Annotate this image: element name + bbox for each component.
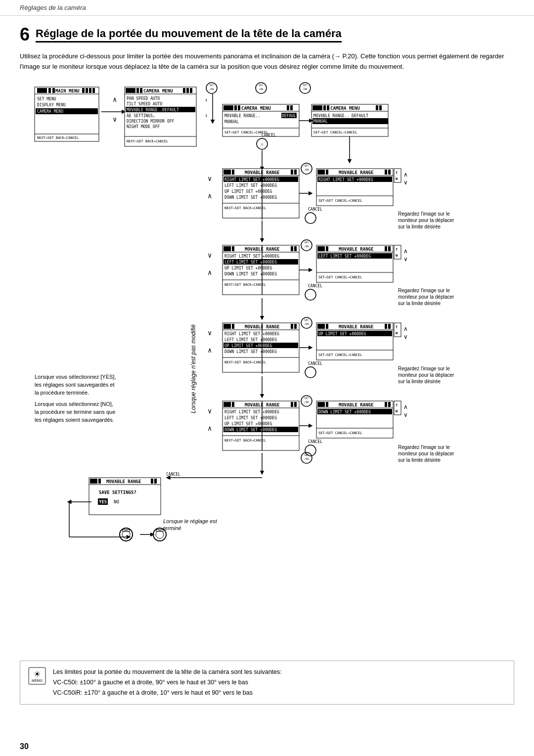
svg-text:∨: ∨ [113,115,117,123]
svg-text:∨: ∨ [208,407,212,415]
svg-text:DISPLAY MENU: DISPLAY MENU [37,103,66,107]
svg-rect-170 [232,324,234,329]
svg-text:sur la limite désirée: sur la limite désirée [398,457,441,463]
svg-rect-6 [82,88,85,93]
svg-text:∧: ∧ [113,95,117,103]
svg-point-145 [305,289,316,300]
svg-text:SET: SET [304,397,309,400]
svg-text:SET: SET [304,318,309,321]
svg-text:↓: ↓ [205,112,208,118]
svg-text:∨: ∨ [403,411,408,418]
svg-text:∨: ∨ [403,179,408,186]
svg-rect-148 [326,246,328,251]
svg-point-279 [120,528,133,541]
svg-text:UP LIMIT SET    +000DEG: UP LIMIT SET +000DEG [224,266,272,270]
svg-rect-2 [37,88,47,93]
svg-rect-234 [385,402,387,407]
svg-rect-47 [238,105,240,110]
svg-rect-25 [183,88,185,93]
svg-rect-22 [136,88,139,93]
svg-rect-45 [223,105,233,110]
svg-text:RIGHT LIMIT SET +000DEG: RIGHT LIMIT SET +000DEG [224,178,279,182]
svg-text:NO: NO [114,499,119,504]
svg-rect-128 [232,246,234,251]
svg-rect-173 [294,324,297,329]
svg-text:Regardez l'image sur le: Regardez l'image sur le [398,211,450,217]
svg-text:MAIN MENU: MAIN MENU [55,89,80,93]
svg-text:∧: ∧ [403,403,408,410]
diagram-svg: MAIN MENU SET MENU DISPLAY MENU CAMERA M… [20,82,514,651]
svg-text:↑: ↑ [205,97,208,103]
svg-text:∧: ∧ [208,424,212,432]
svg-text:TILT SPEED  AUTO: TILT SPEED AUTO [127,102,162,106]
svg-text:MOVABLE RANGE..DEFAULT: MOVABLE RANGE..DEFAULT [127,108,179,112]
svg-text:MOVABLE RANGE.. DEFAULT: MOVABLE RANGE.. DEFAULT [313,114,368,118]
svg-rect-231 [317,402,325,407]
svg-text:∧: ∧ [403,171,408,178]
svg-text:/OK: /OK [304,245,309,248]
svg-text:CAMERA MENU: CAMERA MENU [143,89,173,93]
svg-rect-105 [317,170,325,175]
svg-rect-211 [223,402,231,407]
svg-text:NEXT→SET  BACK→CANCEL: NEXT→SET BACK→CANCEL [224,283,266,287]
svg-rect-64 [379,105,382,110]
svg-text:DIRECTION MIRROR  OFF: DIRECTION MIRROR OFF [127,119,175,124]
svg-rect-235 [388,402,391,407]
svg-text:CANCEL: CANCEL [166,472,180,477]
svg-text:SET: SET [259,84,263,87]
svg-text:LEFT LIMIT SET  +000DEG: LEFT LIMIT SET +000DEG [224,338,277,342]
svg-text:T: T [396,403,398,407]
svg-text:DOWN LIMIT SET  +000DEG: DOWN LIMIT SET +000DEG [318,410,371,414]
svg-text:sur la limite désirée: sur la limite désirée [398,379,441,384]
svg-text:LEFT LIMIT SET  +000DEG: LEFT LIMIT SET +000DEG [318,254,371,259]
svg-rect-23 [140,88,142,93]
svg-text:YES: YES [99,499,107,504]
svg-text:/OK: /OK [259,88,263,90]
svg-text:NEXT→SET  BACK→CANCEL: NEXT→SET BACK→CANCEL [224,206,266,210]
svg-text:SET MENU: SET MENU [37,97,56,101]
svg-text:SET→SET  CANCEL→CANCEL: SET→SET CANCEL→CANCEL [318,275,362,279]
svg-text:∧: ∧ [403,325,408,332]
svg-text:SET: SET [303,84,307,87]
svg-text:W: W [396,254,398,258]
svg-text:moniteur pour la déplacer: moniteur pour la déplacer [398,372,454,378]
svg-rect-85 [223,170,231,175]
svg-rect-109 [388,170,391,175]
svg-rect-9 [92,88,95,93]
svg-rect-172 [291,324,293,329]
svg-rect-130 [291,246,293,251]
svg-rect-46 [234,105,237,110]
svg-rect-260 [151,479,153,484]
svg-text:MOVABLE RANGE: MOVABLE RANGE [339,402,373,407]
svg-rect-63 [376,105,378,110]
svg-text:Regardez l'image sur le: Regardez l'image sur le [398,288,450,293]
section-title-text: Réglage de la portée du mouvement de la … [36,27,342,43]
svg-text:MOVABLE RANGE: MOVABLE RANGE [339,324,373,329]
section-number: 6 [20,26,30,44]
svg-rect-131 [294,246,297,251]
svg-rect-86 [232,170,234,175]
svg-text:MOVABLE RANGE..: MOVABLE RANGE.. [224,114,260,118]
svg-text:Regardez l'image sur le: Regardez l'image sur le [398,366,450,371]
svg-text:W: W [396,409,398,413]
svg-rect-3 [48,88,51,93]
svg-rect-50 [290,105,293,110]
svg-rect-257 [90,479,97,484]
svg-text:RIGHT LIMIT SET +000DEG: RIGHT LIMIT SET +000DEG [224,254,279,259]
svg-text:RIGHT LIMIT SET +000DEG: RIGHT LIMIT SET +000DEG [318,178,373,182]
svg-text:SET: SET [304,453,309,456]
svg-text:/OK: /OK [303,88,307,90]
svg-rect-232 [326,402,328,407]
svg-text:CANCEL: CANCEL [308,284,322,288]
svg-text:/OK: /OK [209,88,214,90]
svg-rect-8 [89,88,91,93]
page-header: Réglages de la caméra [0,0,534,16]
svg-text:UP LIMIT SET    +000DEG: UP LIMIT SET +000DEG [318,332,366,336]
svg-rect-193 [388,324,391,329]
svg-text:moniteur pour la déplacer: moniteur pour la déplacer [398,294,454,300]
svg-text:SET→SET  CANCEL→CANCEL: SET→SET CANCEL→CANCEL [318,431,362,435]
svg-text:MOVABLE RANGE: MOVABLE RANGE [339,170,373,175]
svg-text:/OK: /OK [304,322,309,325]
diagram-area: MAIN MENU SET MENU DISPLAY MENU CAMERA M… [20,82,514,651]
svg-text:W: W [396,331,398,335]
